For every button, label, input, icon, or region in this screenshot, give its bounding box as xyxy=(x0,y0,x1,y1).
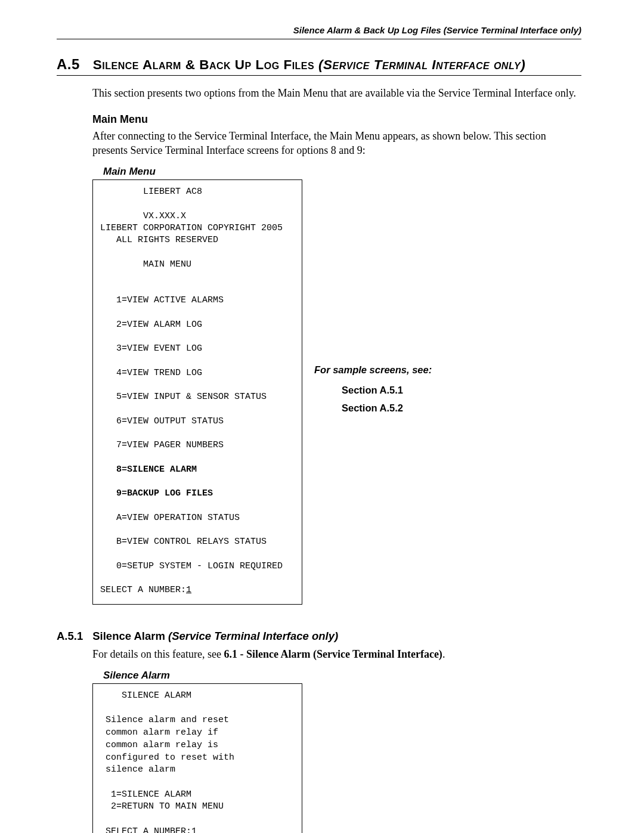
section-title-qualifier: (Service Terminal Interface only) xyxy=(318,57,525,72)
main-menu-input-value: 1 xyxy=(186,585,191,595)
subsection-a51-number: A.5.1 xyxy=(57,630,83,642)
section-heading: A.5 Silence Alarm & Back Up Log Files (S… xyxy=(57,56,581,76)
section-title: Silence Alarm & Back Up Log Files (Servi… xyxy=(93,57,525,73)
side-references: For sample screens, see: Section A.5.1 S… xyxy=(314,179,432,417)
section-number: A.5 xyxy=(57,56,80,73)
main-menu-box-label: Main Menu xyxy=(103,166,581,178)
section-title-main: Silence Alarm & Back Up Log Files xyxy=(93,57,318,72)
silence-alarm-box-label: Silence Alarm xyxy=(103,670,581,682)
running-header: Silence Alarm & Back Up Log Files (Servi… xyxy=(57,25,581,39)
side-ref-9: Section A.5.2 xyxy=(342,400,432,417)
a51-paragraph: For details on this feature, see 6.1 - S… xyxy=(92,648,581,661)
subsection-a51-heading: A.5.1Silence Alarm (Service Terminal Int… xyxy=(57,630,581,643)
subsection-a51-title-plain: Silence Alarm xyxy=(92,630,168,642)
subsection-a51-title-italic: (Service Terminal Interface only) xyxy=(168,630,338,642)
a51-cross-reference: 6.1 - Silence Alarm (Service Terminal In… xyxy=(224,648,442,660)
side-heading: For sample screens, see: xyxy=(314,364,432,376)
main-menu-paragraph: After connecting to the Service Terminal… xyxy=(92,129,581,157)
intro-paragraph: This section presents two options from t… xyxy=(92,86,581,100)
main-menu-terminal: LIEBERT AC8 VX.XXX.X LIEBERT CORPORATION… xyxy=(92,179,302,605)
silence-alarm-input-value: 1 xyxy=(191,826,197,833)
silence-alarm-terminal: SILENCE ALARM Silence alarm and reset co… xyxy=(92,683,302,833)
side-ref-8: Section A.5.1 xyxy=(342,382,432,400)
main-menu-heading: Main Menu xyxy=(92,113,581,126)
